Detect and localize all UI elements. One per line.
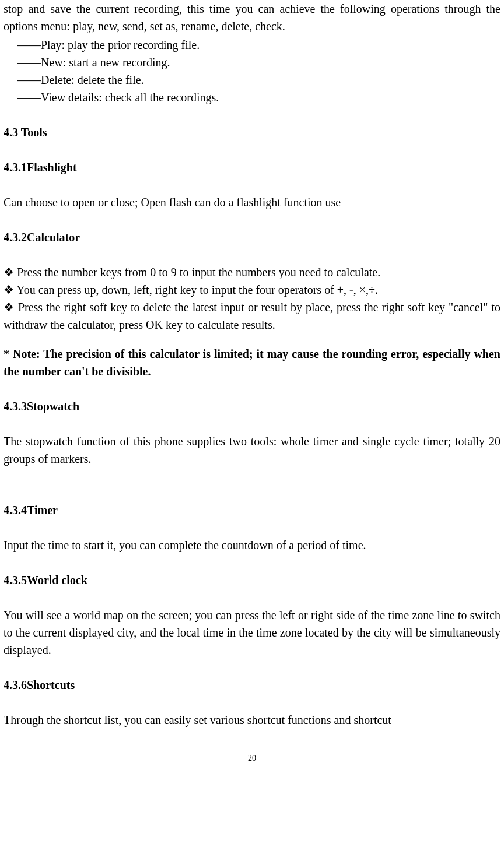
timer-paragraph: Input the time to start it, you can comp… bbox=[4, 536, 501, 554]
heading-4-3-tools: 4.3 Tools bbox=[4, 124, 501, 141]
calc-line-1: ❖ Press the number keys from 0 to 9 to i… bbox=[4, 263, 501, 281]
document-page: stop and save the current recording, thi… bbox=[4, 0, 501, 764]
bullet-view-details: ——View details: check all the recordings… bbox=[18, 89, 501, 106]
heading-4-3-1-flashlight: 4.3.1Flashlight bbox=[4, 159, 501, 176]
stopwatch-paragraph: The stopwatch function of this phone sup… bbox=[4, 433, 501, 468]
heading-4-3-2-calculator: 4.3.2Calculator bbox=[4, 229, 501, 246]
calc-line-3: ❖ Press the right soft key to delete the… bbox=[4, 298, 501, 333]
calc-note: * Note: The precision of this calculator… bbox=[4, 345, 501, 380]
heading-4-3-4-timer: 4.3.4Timer bbox=[4, 501, 501, 519]
bullet-new: ——New: start a new recording. bbox=[18, 54, 501, 71]
intro-paragraph: stop and save the current recording, thi… bbox=[4, 0, 501, 35]
shortcuts-paragraph: Through the shortcut list, you can easil… bbox=[4, 711, 501, 729]
bullet-delete: ——Delete: delete the file. bbox=[18, 71, 501, 89]
page-number: 20 bbox=[4, 752, 501, 764]
heading-4-3-5-world-clock: 4.3.5World clock bbox=[4, 571, 501, 589]
bullet-play: ——Play: play the prior recording file. bbox=[18, 36, 501, 54]
flashlight-paragraph: Can choose to open or close; Open flash … bbox=[4, 194, 501, 211]
world-clock-paragraph: You will see a world map on the screen; … bbox=[4, 606, 501, 659]
heading-4-3-3-stopwatch: 4.3.3Stopwatch bbox=[4, 398, 501, 415]
heading-4-3-6-shortcuts: 4.3.6Shortcuts bbox=[4, 676, 501, 694]
spacer bbox=[4, 469, 501, 484]
calc-line-2: ❖ You can press up, down, left, right ke… bbox=[4, 281, 501, 298]
